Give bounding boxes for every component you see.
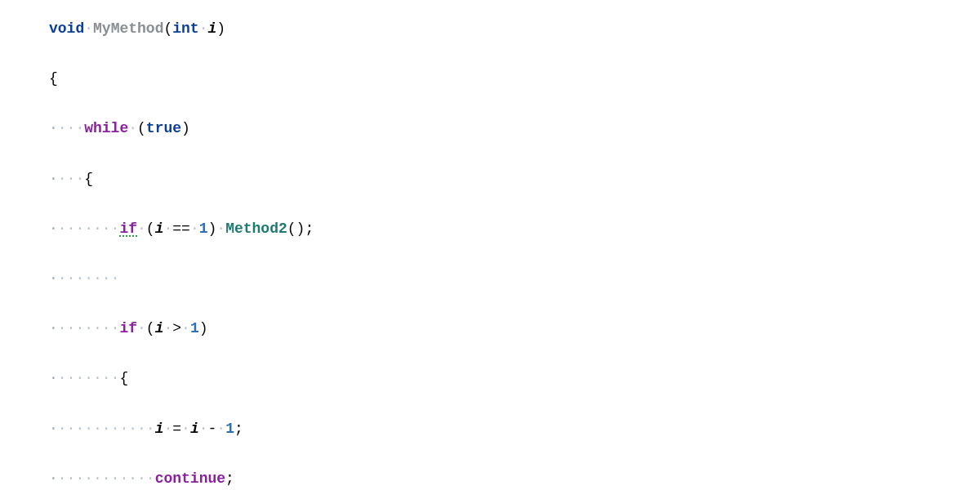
whitespace-dot: · <box>190 220 199 237</box>
identifier-i: i <box>190 421 199 437</box>
rparen: ) <box>208 220 217 237</box>
parameter-i: i <box>207 20 216 37</box>
keyword-int: int <box>172 20 198 37</box>
code-line-10: ············continue; <box>49 466 931 490</box>
code-line-9: ············i·=·i·-·1; <box>49 416 931 442</box>
whitespace-dots: ··· <box>58 171 84 187</box>
whitespace-dot: · <box>199 421 208 437</box>
code-line-7: ········if·(i·>·1) <box>49 316 931 341</box>
rparen: ) <box>181 120 190 136</box>
keyword-void: void <box>49 20 84 37</box>
rparen: ) <box>296 220 305 237</box>
rparen: ) <box>199 320 208 336</box>
whitespace-dot: · <box>49 320 58 336</box>
whitespace-dot: · <box>84 20 93 37</box>
brace-open: { <box>49 70 58 87</box>
keyword-if: if <box>119 320 137 336</box>
number-literal: 1 <box>199 220 208 237</box>
keyword-if: if <box>119 220 137 237</box>
whitespace-dot: · <box>49 220 58 237</box>
code-line-6: ········ <box>49 266 931 292</box>
code-line-1: void·MyMethod(int·i) <box>49 16 931 42</box>
code-line-5: ········if·(i·==·1)·Method2(); <box>49 216 931 242</box>
method-name: MyMethod <box>93 20 163 37</box>
code-line-3: ····while·(true) <box>49 116 931 141</box>
whitespace-dot: · <box>216 421 225 437</box>
whitespace-dots: ······· <box>58 220 120 237</box>
whitespace-dots: ··· <box>58 120 84 136</box>
operator-eq: == <box>172 220 190 237</box>
code-line-4: ····{ <box>49 167 931 192</box>
rparen: ) <box>216 20 225 37</box>
lparen: ( <box>146 320 155 336</box>
whitespace-dot: · <box>49 470 58 487</box>
whitespace-dot: · <box>181 421 190 437</box>
semicolon: ; <box>225 470 234 487</box>
method-call: Method2 <box>225 220 287 237</box>
whitespace-dot: · <box>199 20 208 37</box>
identifier-i: i <box>155 320 164 336</box>
lparen: ( <box>137 120 146 136</box>
number-literal: 1 <box>190 320 199 336</box>
lparen: ( <box>163 20 172 37</box>
keyword-continue: continue <box>155 470 225 487</box>
whitespace-dot: · <box>49 120 58 136</box>
operator-assign: = <box>172 421 181 437</box>
whitespace-dots: ······· <box>58 320 120 336</box>
whitespace-dot: · <box>163 320 172 336</box>
semicolon: ; <box>234 421 243 437</box>
lparen: ( <box>146 220 155 237</box>
whitespace-dot: · <box>216 220 225 237</box>
keyword-while: while <box>84 120 128 136</box>
whitespace-dot: · <box>163 421 172 437</box>
whitespace-dot: · <box>163 220 172 237</box>
brace-open: { <box>119 370 128 386</box>
whitespace-dot: · <box>128 120 137 136</box>
whitespace-dot: · <box>49 421 58 437</box>
whitespace-dots: ······· <box>58 370 120 386</box>
code-line-2: { <box>49 66 931 91</box>
whitespace-dots: ··········· <box>58 421 155 437</box>
brace-open: { <box>84 171 93 187</box>
whitespace-dots: ······· <box>58 270 120 287</box>
whitespace-dot: · <box>49 370 58 386</box>
keyword-true: true <box>146 120 181 136</box>
whitespace-dots: ··········· <box>58 470 155 487</box>
identifier-i: i <box>155 220 164 237</box>
whitespace-dot: · <box>49 270 58 287</box>
whitespace-dot: · <box>49 171 58 187</box>
semicolon: ; <box>305 220 314 237</box>
identifier-i: i <box>155 421 164 437</box>
operator-minus: - <box>208 421 217 437</box>
lparen: ( <box>287 220 296 237</box>
whitespace-dot: · <box>181 320 190 336</box>
number-literal: 1 <box>225 421 234 437</box>
code-block: void·MyMethod(int·i) { ····while·(true) … <box>49 16 931 490</box>
whitespace-dot: · <box>137 220 146 237</box>
operator-gt: > <box>172 320 181 336</box>
whitespace-dot: · <box>137 320 146 336</box>
code-line-8: ········{ <box>49 366 931 391</box>
